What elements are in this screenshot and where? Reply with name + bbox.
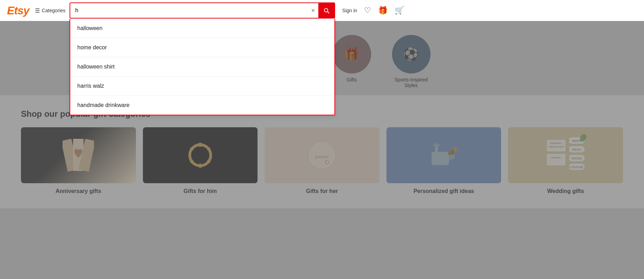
dropdown-item-harris-walz[interactable]: harris walz — [70, 77, 334, 96]
search-wrapper: × halloween home decor halloween shirt h… — [70, 2, 335, 19]
categories-button[interactable]: ☰ Categories — [35, 7, 66, 14]
sign-in-button[interactable]: Sign in — [342, 8, 357, 13]
dropdown-item-handmade-drinkware[interactable]: handmade drinkware — [70, 96, 334, 115]
search-input[interactable] — [70, 4, 307, 17]
cart-icon: 🛒 — [395, 6, 404, 15]
clear-button[interactable]: × — [308, 7, 319, 14]
dropdown-item-halloween-shirt[interactable]: halloween shirt — [70, 57, 334, 77]
categories-label: Categories — [42, 8, 66, 13]
search-dropdown: halloween home decor halloween shirt har… — [70, 19, 335, 115]
search-box: × — [70, 2, 335, 19]
heart-icon: ♡ — [364, 6, 371, 15]
header-right: Sign in ♡ 🎁 🛒 — [342, 6, 404, 15]
gift-button[interactable]: 🎁 — [378, 6, 388, 15]
search-button[interactable] — [318, 3, 334, 18]
wishlist-button[interactable]: ♡ — [364, 6, 371, 15]
dropdown-item-halloween[interactable]: halloween — [70, 19, 334, 38]
header: Etsy ☰ Categories × halloween home decor… — [0, 0, 644, 21]
gift-icon: 🎁 — [378, 6, 388, 15]
hamburger-icon: ☰ — [35, 7, 40, 14]
search-icon — [323, 7, 330, 14]
cart-button[interactable]: 🛒 — [395, 6, 404, 15]
dropdown-item-home-decor[interactable]: home decor — [70, 38, 334, 57]
etsy-logo[interactable]: Etsy — [7, 4, 29, 17]
